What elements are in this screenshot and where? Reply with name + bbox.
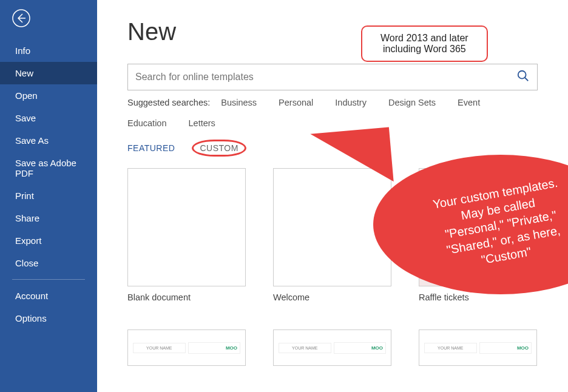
suggested-link[interactable]: Business: [221, 98, 257, 107]
template-thumbnail: YOUR NAME MOO: [273, 329, 391, 366]
annotation-circle: CUSTOM: [192, 140, 246, 157]
moo-logo-icon: MOO: [517, 345, 529, 351]
back-arrow-icon: [12, 8, 31, 28]
template-thumbnail: $500 $250 $100: [419, 168, 537, 286]
raffle-prices: $500 $250 $100: [480, 266, 532, 274]
version-line2: including Word 365: [380, 44, 468, 55]
nav-item-save[interactable]: Save: [0, 107, 97, 129]
template-welcome[interactable]: Welcome: [273, 168, 391, 302]
suggested-link[interactable]: Education: [127, 118, 167, 128]
suggested-link[interactable]: Letters: [189, 118, 215, 128]
suggested-link[interactable]: Industry: [335, 98, 367, 107]
tab-custom-label: CUSTOM: [200, 143, 238, 153]
annotation-version-box: Word 2013 and later including Word 365: [361, 25, 488, 62]
nav-item-new[interactable]: New: [0, 62, 97, 84]
back-button[interactable]: [9, 6, 33, 30]
nav-item-info[interactable]: Info: [0, 39, 97, 62]
template-tabs: FEATURED CUSTOM: [127, 143, 538, 153]
svg-point-1: [518, 71, 526, 79]
nav-item-print[interactable]: Print: [0, 184, 97, 207]
tab-featured[interactable]: FEATURED: [127, 143, 175, 153]
moo-logo-icon: MOO: [371, 345, 383, 351]
suggested-label: Suggested searches:: [127, 98, 210, 107]
template-search-box[interactable]: [127, 64, 538, 90]
nav-item-account[interactable]: Account: [0, 285, 97, 307]
template-thumbnail: [127, 168, 246, 286]
sidebar-separator: [12, 279, 85, 280]
template-blank[interactable]: Blank document: [127, 168, 246, 302]
suggested-link[interactable]: Personal: [279, 98, 313, 107]
nav-item-close[interactable]: Close: [0, 252, 97, 274]
moo-logo-icon: MOO: [226, 345, 237, 351]
template-moo-3[interactable]: YOUR NAME MOO: [419, 329, 537, 372]
template-raffle[interactable]: $500 $250 $100 Raffle tickets: [419, 168, 537, 302]
tab-custom[interactable]: CUSTOM: [192, 143, 246, 153]
template-moo-1[interactable]: YOUR NAME MOO: [127, 329, 246, 372]
nav-item-export[interactable]: Export: [0, 229, 97, 252]
template-thumbnail: YOUR NAME MOO: [419, 329, 537, 366]
search-icon[interactable]: [516, 69, 530, 85]
backstage-sidebar: InfoNewOpenSaveSave AsSave as Adobe PDFP…: [0, 0, 97, 392]
search-input[interactable]: [135, 72, 516, 83]
template-gallery: Blank document Welcome $500 $250 $100 Ra…: [127, 168, 538, 372]
template-label: Welcome: [273, 292, 391, 302]
nav-item-options[interactable]: Options: [0, 307, 97, 329]
nav-item-open[interactable]: Open: [0, 84, 97, 107]
version-line1: Word 2013 and later: [380, 33, 468, 44]
nav-item-save-as-adobe-pdf[interactable]: Save as Adobe PDF: [0, 152, 97, 184]
template-thumbnail: YOUR NAME MOO: [127, 329, 246, 366]
nav-item-save-as[interactable]: Save As: [0, 129, 97, 152]
template-moo-2[interactable]: YOUR NAME MOO: [273, 329, 391, 372]
suggested-link[interactable]: Event: [458, 98, 480, 107]
template-label: Raffle tickets: [419, 292, 537, 302]
main-panel: New Suggested searches: BusinessPersonal…: [97, 0, 568, 392]
backstage-window: InfoNewOpenSaveSave AsSave as Adobe PDFP…: [0, 0, 568, 392]
template-thumbnail: [273, 168, 391, 286]
template-label: Blank document: [127, 292, 246, 302]
suggested-searches: Suggested searches: BusinessPersonalIndu…: [127, 98, 538, 128]
suggested-link[interactable]: Design Sets: [388, 98, 436, 107]
nav-item-share[interactable]: Share: [0, 207, 97, 229]
